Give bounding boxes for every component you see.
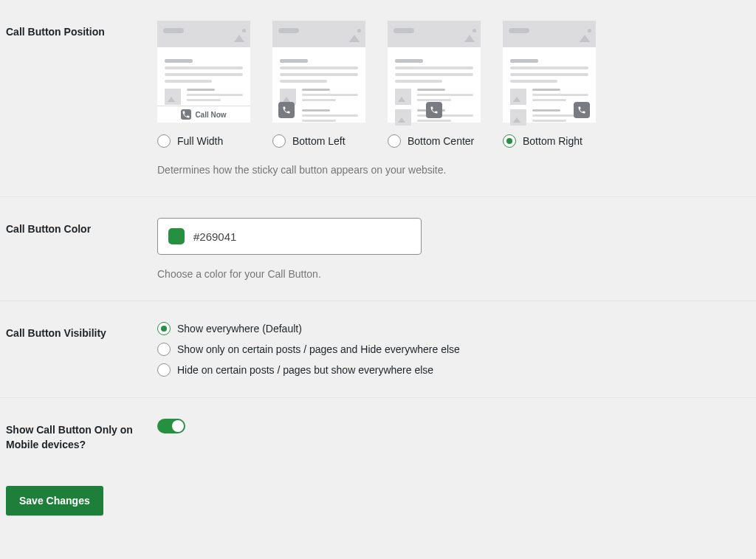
- radio-label: Bottom Right: [523, 135, 583, 147]
- radio-bottom-right[interactable]: [503, 134, 516, 148]
- toggle-knob: [172, 420, 184, 432]
- radio-label: Bottom Center: [408, 135, 474, 147]
- radio-label: Show only on certain posts / pages and H…: [177, 343, 460, 355]
- radio-visibility-1[interactable]: [157, 343, 171, 356]
- call-now-text: Call Now: [195, 111, 226, 119]
- radio-full-width[interactable]: [157, 134, 171, 148]
- color-label: Call Button Color: [6, 218, 157, 280]
- position-option-full-width[interactable]: Call Now Full Width: [157, 21, 250, 148]
- radio-bottom-center[interactable]: [388, 134, 401, 148]
- position-preview-full-width: Call Now: [157, 21, 250, 123]
- position-option-bottom-left[interactable]: Bottom Left: [272, 21, 365, 148]
- visibility-option-show-only[interactable]: Show only on certain posts / pages and H…: [157, 343, 750, 356]
- position-option-bottom-center[interactable]: Bottom Center: [388, 21, 481, 148]
- phone-icon: [574, 102, 590, 118]
- phone-icon: [181, 109, 191, 120]
- radio-label: Bottom Left: [292, 135, 346, 147]
- radio-visibility-0[interactable]: [157, 322, 171, 335]
- mobile-only-label: Show Call Button Only on Mobile devices?: [6, 419, 157, 452]
- phone-icon: [278, 102, 295, 118]
- position-preview-bottom-center: [388, 21, 481, 123]
- visibility-label: Call Button Visibility: [6, 322, 157, 377]
- position-description: Determines how the sticky call button ap…: [157, 164, 750, 176]
- color-input[interactable]: #269041: [157, 218, 422, 255]
- position-option-bottom-right[interactable]: Bottom Right: [503, 21, 596, 148]
- save-button[interactable]: Save Changes: [6, 486, 103, 515]
- color-value: #269041: [193, 230, 236, 243]
- radio-label: Full Width: [177, 135, 223, 147]
- radio-bottom-left[interactable]: [272, 134, 286, 148]
- phone-icon: [426, 102, 442, 118]
- position-preview-bottom-right: [503, 21, 596, 123]
- position-label: Call Button Position: [6, 21, 157, 176]
- visibility-option-hide-only[interactable]: Hide on certain posts / pages but show e…: [157, 363, 750, 377]
- color-swatch: [168, 228, 185, 244]
- radio-label: Hide on certain posts / pages but show e…: [177, 364, 433, 376]
- mobile-only-toggle[interactable]: [157, 419, 185, 433]
- radio-label: Show everywhere (Default): [177, 323, 302, 335]
- position-preview-bottom-left: [272, 21, 365, 123]
- color-description: Choose a color for your Call Button.: [157, 268, 750, 280]
- visibility-option-everywhere[interactable]: Show everywhere (Default): [157, 322, 750, 335]
- radio-visibility-2[interactable]: [157, 363, 171, 377]
